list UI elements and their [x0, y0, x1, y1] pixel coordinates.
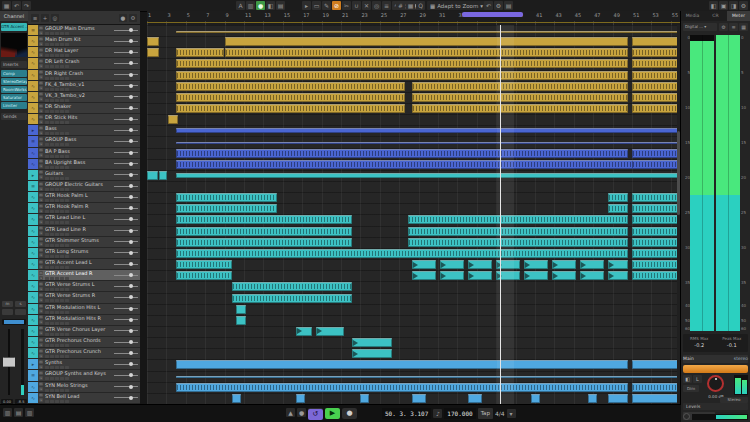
track-mini-button[interactable]: [55, 65, 59, 68]
event-w[interactable]: [608, 193, 628, 202]
track-mini-button[interactable]: [50, 366, 54, 369]
track-volume-slider[interactable]: [114, 241, 138, 242]
grid-type-icon[interactable]: ▦: [406, 1, 415, 10]
event-w[interactable]: [176, 227, 352, 236]
mute-button[interactable]: m: [39, 304, 43, 308]
track-mini-button[interactable]: [65, 32, 69, 35]
event-b[interactable]: [632, 394, 680, 403]
track-mini-button[interactable]: [45, 143, 49, 146]
event-w[interactable]: [176, 249, 628, 258]
track-mini-button[interactable]: [55, 311, 59, 314]
track-mini-button[interactable]: [65, 132, 69, 135]
solo-button[interactable]: s: [39, 220, 43, 224]
track-mini-button[interactable]: [50, 299, 54, 302]
track-row[interactable]: ≡msGROUP Electric Guitars: [28, 181, 140, 192]
solo-button[interactable]: s: [39, 231, 43, 235]
event-b[interactable]: [360, 394, 369, 403]
select-icon[interactable]: ▸: [302, 1, 311, 10]
mute-button[interactable]: m: [39, 393, 43, 397]
track-mini-button[interactable]: [45, 221, 49, 224]
event-t[interactable]: [552, 260, 576, 269]
chevron-down-icon[interactable]: ▾: [507, 409, 516, 418]
track-mini-button[interactable]: [50, 88, 54, 91]
event-b[interactable]: [232, 394, 241, 403]
track-mini-button[interactable]: [65, 366, 69, 369]
track-mini-button[interactable]: [55, 221, 59, 224]
event-l[interactable]: [176, 31, 680, 33]
rms-max-value[interactable]: -0.2: [683, 342, 716, 348]
event-b[interactable]: [168, 115, 178, 124]
event-w[interactable]: [632, 249, 680, 258]
track-row[interactable]: ∿msGTR Verse Chorus Layer: [28, 326, 140, 337]
track-mini-button[interactable]: [55, 166, 59, 169]
listen-button[interactable]: L: [693, 375, 702, 383]
track-mini-button[interactable]: [65, 322, 69, 325]
metronome-icon[interactable]: ▲: [286, 408, 295, 417]
track-mini-button[interactable]: [60, 277, 64, 280]
solo-button[interactable]: s: [39, 31, 43, 35]
track-mini-button[interactable]: [50, 400, 54, 403]
mute-icon[interactable]: ✕: [362, 1, 371, 10]
track-mini-button[interactable]: [55, 132, 59, 135]
track-mini-button[interactable]: [65, 333, 69, 336]
solo-button[interactable]: s: [39, 142, 43, 146]
track-row[interactable]: ∿msGTR Verse Strums L: [28, 281, 140, 292]
event-b[interactable]: [147, 171, 158, 180]
track-mini-button[interactable]: [60, 288, 64, 291]
track-row[interactable]: ∿msGTR Prechorus Chords: [28, 337, 140, 348]
tempo-display[interactable]: 170.000: [444, 408, 475, 419]
track-mini-button[interactable]: [60, 65, 64, 68]
solo-button[interactable]: s: [39, 309, 43, 313]
event-w[interactable]: [232, 282, 352, 291]
track-mini-button[interactable]: [60, 299, 64, 302]
event-w[interactable]: [632, 271, 680, 280]
track-mini-button[interactable]: [65, 43, 69, 46]
event-t[interactable]: [468, 271, 492, 280]
track-volume-slider[interactable]: [114, 152, 138, 153]
mixer-icon[interactable]: ▥: [246, 1, 255, 10]
track-volume-slider[interactable]: [114, 186, 138, 187]
track-mini-button[interactable]: [65, 143, 69, 146]
track-mini-button[interactable]: [65, 177, 69, 180]
track-mini-button[interactable]: [65, 77, 69, 80]
event-w[interactable]: [632, 104, 680, 113]
main-section-header[interactable]: Main stereo: [683, 355, 748, 363]
mute-button[interactable]: m: [39, 193, 43, 197]
track-mini-button[interactable]: [55, 288, 59, 291]
track-mini-button[interactable]: [65, 221, 69, 224]
track-row[interactable]: ∿msMain Drum Kit: [28, 36, 140, 47]
track-mini-button[interactable]: [45, 188, 49, 191]
mute-button[interactable]: m: [39, 293, 43, 297]
event-b[interactable]: [468, 394, 482, 403]
monitor-on-icon[interactable]: ●: [256, 1, 265, 10]
event-t[interactable]: [580, 260, 604, 269]
track-mini-button[interactable]: [65, 400, 69, 403]
track-mini-button[interactable]: [65, 255, 69, 258]
track-mini-button[interactable]: [60, 77, 64, 80]
event-w[interactable]: [632, 238, 680, 247]
track-mini-button[interactable]: [60, 210, 64, 213]
event-b[interactable]: [296, 394, 305, 403]
solo-button[interactable]: s: [39, 53, 43, 57]
track-mini-button[interactable]: [50, 110, 54, 113]
track-row[interactable]: ∿msGTR Long Strums: [28, 248, 140, 259]
track-row[interactable]: ∿msBA P Bass: [28, 148, 140, 159]
channel-edit-button[interactable]: [15, 309, 26, 315]
insert-slot[interactable]: StereoDelay: [1, 78, 27, 85]
mute-button[interactable]: m: [39, 104, 43, 108]
event-w[interactable]: [632, 204, 680, 213]
split-icon[interactable]: ✂: [342, 1, 351, 10]
track-row[interactable]: ▸msBass: [28, 125, 140, 136]
track-mini-button[interactable]: [45, 110, 49, 113]
track-volume-slider[interactable]: [114, 364, 138, 365]
mute-button[interactable]: m: [39, 26, 43, 30]
track-volume-handle[interactable]: [129, 229, 133, 233]
track-volume-slider[interactable]: [114, 197, 138, 198]
glue-icon[interactable]: ∪: [352, 1, 361, 10]
mute-button[interactable]: m: [39, 59, 43, 63]
track-row[interactable]: ∿msGTR Accent Lead R: [28, 270, 140, 281]
inspector-icon[interactable]: ◧: [266, 1, 275, 10]
event-w[interactable]: [232, 294, 352, 303]
track-mini-button[interactable]: [50, 132, 54, 135]
track-mini-button[interactable]: [45, 322, 49, 325]
